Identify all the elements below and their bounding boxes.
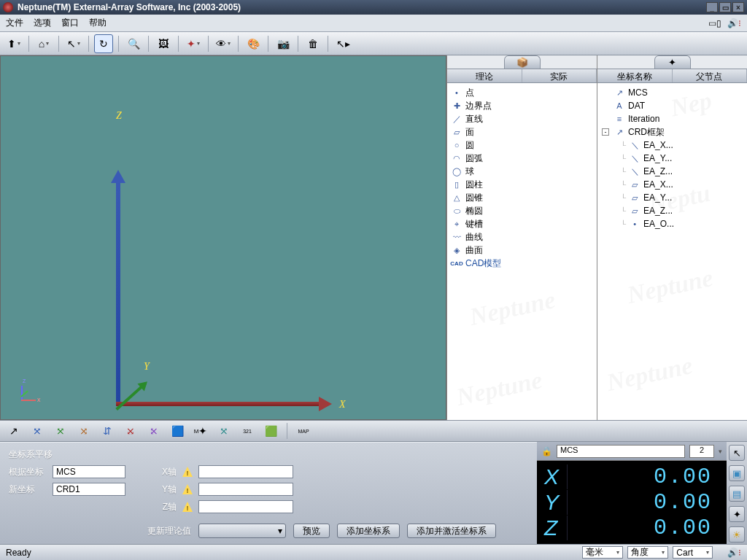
geom-item[interactable]: ▯圆柱 xyxy=(449,178,595,191)
lock-icon[interactable]: 🔒 xyxy=(541,446,552,456)
geom-item[interactable]: △圆锥 xyxy=(449,191,595,204)
col-parent[interactable]: 父节点 xyxy=(673,69,748,82)
coord-child-item[interactable]: └▱EA_Z... xyxy=(599,204,746,217)
cs4-icon[interactable]: ⇵ xyxy=(98,422,117,440)
geom-item[interactable]: ○圆 xyxy=(449,139,595,152)
col-coordname[interactable]: 坐标名称 xyxy=(597,69,673,82)
readout-axis: X xyxy=(543,464,568,489)
x-label: X xyxy=(339,399,346,411)
geom-icon: △ xyxy=(452,193,462,203)
decimal-select[interactable]: 2 xyxy=(689,445,714,458)
toolbar-icon[interactable]: ▭▯ xyxy=(708,18,721,28)
audio-icon[interactable]: 🔊⁝ xyxy=(727,18,741,28)
new-input[interactable] xyxy=(53,483,125,496)
geom-item[interactable]: CADCAD模型 xyxy=(449,257,595,270)
update-combo[interactable]: ▾ xyxy=(198,524,286,538)
cart-combo[interactable]: Cart xyxy=(673,546,713,559)
geom-item[interactable]: ◠圆弧 xyxy=(449,152,595,165)
geom-item[interactable]: •点 xyxy=(449,86,595,99)
cs7-icon[interactable]: ⤧ xyxy=(214,422,233,440)
cursor-play-button[interactable]: ↖▸ xyxy=(333,34,352,53)
cs3-icon[interactable]: ⤨ xyxy=(74,422,93,440)
y-label: Y xyxy=(144,361,150,373)
side-btn-2[interactable]: ▣ xyxy=(729,465,745,481)
geom-item[interactable]: ◈曲面 xyxy=(449,244,595,257)
z-input[interactable] xyxy=(198,500,293,513)
side-btn-1[interactable]: ↖ xyxy=(729,445,745,461)
unit-combo[interactable]: 毫米 xyxy=(582,546,623,559)
cs5-icon[interactable]: ⤩ xyxy=(121,422,140,440)
geom-item[interactable]: ／直线 xyxy=(449,112,595,125)
csmap-icon[interactable]: MAP xyxy=(294,422,313,440)
image-button[interactable]: 🖼 xyxy=(154,34,173,53)
coord-child-item[interactable]: └＼EA_Y... xyxy=(599,152,746,165)
refresh-button[interactable]: ↻ xyxy=(94,34,113,53)
zoom-button[interactable]: 🔍 xyxy=(124,34,143,53)
eye-button[interactable]: 👁 xyxy=(214,34,233,53)
x-input[interactable] xyxy=(198,465,293,478)
coord-child-item[interactable]: └＼EA_Z... xyxy=(599,165,746,178)
expand-toggle[interactable]: - xyxy=(602,128,609,136)
axes-button[interactable]: ✦ xyxy=(184,34,203,53)
coord-child-item[interactable]: └▱EA_Y... xyxy=(599,191,746,204)
home-button[interactable]: ⌂ xyxy=(34,34,53,53)
status-audio-icon[interactable]: 🔊⁝ xyxy=(727,548,741,558)
coord-panel: ✦ 坐标名称 父节点 Nep Neptu Neptune Neptune ↗MC… xyxy=(597,55,747,420)
coord-item[interactable]: -↗CRD框架 xyxy=(599,125,746,139)
palette-button[interactable]: 🎨 xyxy=(244,34,263,53)
cs2-icon[interactable]: ⤧ xyxy=(51,422,70,440)
col-theory[interactable]: 理论 xyxy=(447,69,522,82)
side-btn-4[interactable]: ✦ xyxy=(729,506,745,522)
coord-item[interactable]: ↗MCS xyxy=(599,86,746,99)
maximize-button[interactable]: ▭ xyxy=(719,2,731,12)
cs-select[interactable]: MCS xyxy=(557,445,685,458)
close-button[interactable]: × xyxy=(732,2,744,12)
titlebar: Neptune(TM) External-Array Software, Inc… xyxy=(0,0,747,15)
coord-child-item[interactable]: └▱EA_X... xyxy=(599,178,746,191)
expand-icon[interactable]: ↗ xyxy=(4,422,23,440)
geom-item[interactable]: 〰曲线 xyxy=(449,230,595,244)
camera-button[interactable]: 📷 xyxy=(274,34,293,53)
export-button[interactable]: ⬆ xyxy=(4,34,23,53)
angle-combo[interactable]: 角度 xyxy=(627,546,668,559)
csm-icon[interactable]: M✦ xyxy=(191,422,210,440)
add-cs-button[interactable]: 添加坐标系 xyxy=(337,524,400,538)
menu-window[interactable]: 窗口 xyxy=(61,17,79,29)
3d-viewport[interactable]: Z X Y z x xyxy=(0,55,446,420)
base-input[interactable] xyxy=(53,465,125,478)
readout-value: 0.00 xyxy=(654,516,721,540)
geom-item[interactable]: ⬭椭圆 xyxy=(449,204,595,217)
y-input[interactable] xyxy=(198,483,293,496)
coord-item[interactable]: ADAT xyxy=(599,99,746,112)
cs321-icon[interactable]: 321 xyxy=(238,422,257,440)
side-btn-3[interactable]: ▤ xyxy=(729,486,745,502)
col-actual[interactable]: 实际 xyxy=(522,69,597,82)
geom-item[interactable]: ◯球 xyxy=(449,165,595,178)
cs6-icon[interactable]: ⤪ xyxy=(144,422,163,440)
preview-button[interactable]: 预览 xyxy=(293,524,330,538)
menu-options[interactable]: 选项 xyxy=(34,17,51,29)
translate-form: 坐标系平移 根据坐标 新坐标 X轴! Y轴! Z轴! 更新理论值 ▾ 预览 添加… xyxy=(0,442,537,544)
warn-icon: ! xyxy=(182,484,193,494)
coord-tab-icon[interactable]: ✦ xyxy=(654,55,691,69)
pointer-button[interactable]: ↖ xyxy=(64,34,83,53)
cube2-icon[interactable]: 🟩 xyxy=(261,422,280,440)
coord-child-item[interactable]: └•EA_O... xyxy=(599,217,746,230)
geom-item[interactable]: ✚边界点 xyxy=(449,99,595,112)
form-title: 坐标系平移 xyxy=(9,448,53,461)
minimize-button[interactable]: _ xyxy=(706,2,718,12)
geometry-tab-icon[interactable]: 📦 xyxy=(504,55,541,69)
cs1-icon[interactable]: ⤧ xyxy=(28,422,47,440)
geom-item[interactable]: ⌖键槽 xyxy=(449,217,595,230)
coord-child-item[interactable]: └＼EA_X... xyxy=(599,139,746,152)
cube-icon[interactable]: 🟦 xyxy=(168,422,187,440)
coord-icon: A xyxy=(614,101,624,110)
side-btn-5[interactable]: ☀ xyxy=(729,526,745,542)
menu-help[interactable]: 帮助 xyxy=(89,17,107,29)
trash-button[interactable]: 🗑 xyxy=(303,34,322,53)
add-activate-button[interactable]: 添加并激活坐标系 xyxy=(407,524,496,538)
geom-item[interactable]: ▱面 xyxy=(449,125,595,139)
new-label: 新坐标 xyxy=(9,483,47,496)
menu-file[interactable]: 文件 xyxy=(6,17,23,29)
coord-item[interactable]: ≡Iteration xyxy=(599,112,746,125)
